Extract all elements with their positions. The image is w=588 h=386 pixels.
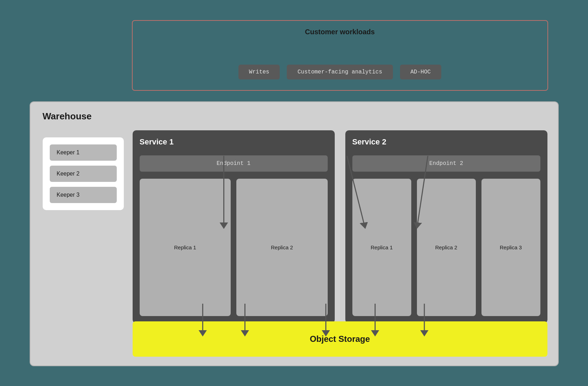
service-2-replica-2: Replica 2: [417, 179, 476, 316]
service-1-title: Service 1: [140, 137, 328, 147]
service-2-replica-3: Replica 3: [481, 179, 540, 316]
customer-workloads-title: Customer workloads: [133, 28, 547, 36]
writes-chip: Writes: [238, 65, 280, 79]
warehouse-box: Warehouse Keeper 1 Keeper 2 Keeper 3 Ser…: [30, 101, 559, 366]
service-2-title: Service 2: [352, 137, 540, 147]
service-2-replicas: Replica 1 Replica 2 Replica 3: [352, 179, 540, 316]
keeper-3: Keeper 3: [50, 187, 117, 203]
service-2-replica-1: Replica 1: [352, 179, 411, 316]
customer-workloads-box: Customer workloads Writes Customer-facin…: [132, 20, 548, 91]
service-2-box: Service 2 Endpoint 2 Replica 1 Replica 2…: [345, 130, 547, 323]
object-storage-label: Object Storage: [310, 334, 370, 344]
service-1-replica-2: Replica 2: [236, 179, 328, 316]
keeper-2: Keeper 2: [50, 166, 117, 182]
keeper-1: Keeper 1: [50, 144, 117, 161]
endpoint-2-bar: Endpoint 2: [352, 155, 540, 172]
service-1-replicas: Replica 1 Replica 2: [140, 179, 328, 316]
workload-chips: Writes Customer-facing analytics AD-HOC: [133, 65, 547, 79]
adhoc-chip: AD-HOC: [400, 65, 442, 79]
service-1-box: Service 1 Endpoint 1 Replica 1 Replica 2: [133, 130, 335, 323]
service-1-replica-1: Replica 1: [140, 179, 231, 316]
keepers-panel: Keeper 1 Keeper 2 Keeper 3: [43, 137, 124, 210]
main-canvas: Customer workloads Writes Customer-facin…: [30, 20, 559, 366]
object-storage-bar: Object Storage: [133, 321, 547, 357]
services-area: Service 1 Endpoint 1 Replica 1 Replica 2…: [133, 130, 547, 323]
analytics-chip: Customer-facing analytics: [287, 65, 393, 79]
endpoint-1-bar: Endpoint 1: [140, 155, 328, 172]
warehouse-title: Warehouse: [43, 111, 92, 122]
